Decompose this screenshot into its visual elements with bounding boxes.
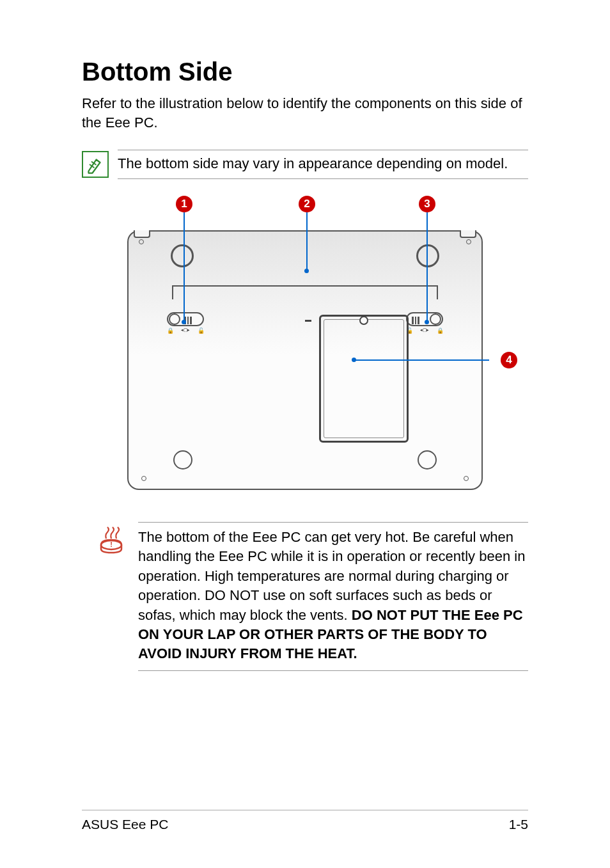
memory-panel <box>319 315 409 443</box>
callout-3: 3 <box>419 196 435 212</box>
callout-4: 4 <box>501 352 517 368</box>
page-footer: ASUS Eee PC 1-5 <box>82 810 528 832</box>
callout-2: 2 <box>299 196 315 212</box>
hot-surface-icon: ! <box>98 526 124 556</box>
footer-left: ASUS Eee PC <box>82 817 168 832</box>
callout-1: 1 <box>176 196 192 212</box>
page-title: Bottom Side <box>82 58 528 86</box>
intro-text: Refer to the illustration below to ident… <box>82 94 528 132</box>
note-text: The bottom side may vary in appearance d… <box>118 154 528 173</box>
warning-block: ! The bottom of the Eee PC can get very … <box>98 522 528 671</box>
bottom-diagram: 1 2 3 4 🔒◂▢▸� <box>107 196 503 503</box>
warning-text: The bottom of the Eee PC can get very ho… <box>138 528 528 664</box>
svg-text:!: ! <box>110 541 113 548</box>
note-block: The bottom side may vary in appearance d… <box>82 150 528 179</box>
footer-right: 1-5 <box>509 817 528 832</box>
note-icon <box>82 151 109 178</box>
